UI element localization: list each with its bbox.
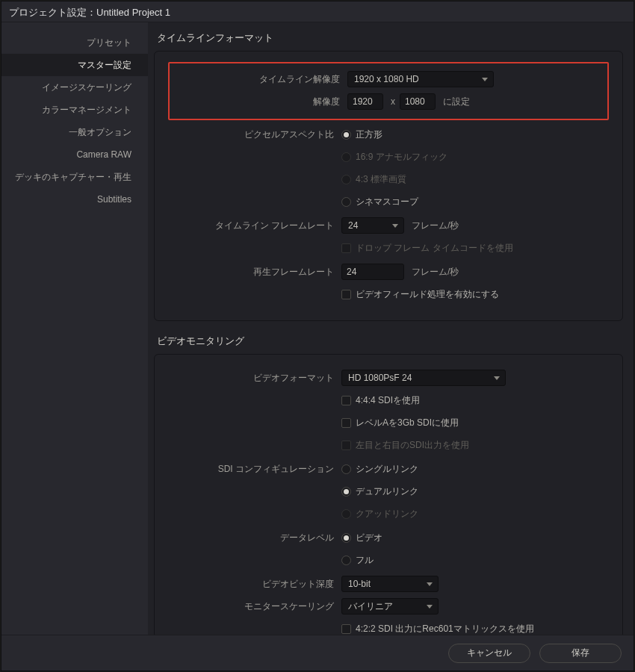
footer: キャンセル 保存 xyxy=(1,635,634,671)
radio-label-square: 正方形 xyxy=(356,128,382,141)
radio-data-video[interactable] xyxy=(341,533,351,543)
label-resolution: 解像度 xyxy=(174,96,347,108)
sidebar-item-image-scaling[interactable]: イメージスケーリング xyxy=(1,76,148,99)
checkbox-label-video-field: ビデオフィールド処理を有効にする xyxy=(356,288,499,301)
checkbox-video-field[interactable] xyxy=(341,290,351,299)
checkbox-level-a[interactable] xyxy=(341,418,351,428)
radio-single-link[interactable] xyxy=(341,464,351,474)
radio-label-quad-link: クアッドリンク xyxy=(356,508,418,520)
resolution-width-input[interactable] xyxy=(347,93,383,110)
sidebar-item-color-management[interactable]: カラーマネージメント xyxy=(1,99,148,121)
checkbox-label-rec601: 4:2:2 SDI 出力にRec601マトリックスを使用 xyxy=(356,623,534,635)
resolution-height-input[interactable] xyxy=(400,93,436,110)
panel-video-monitoring: ビデオフォーマット HD 1080PsF 24 4:4:4 SDIを使用 xyxy=(154,354,623,635)
label-bit-depth: ビデオビット深度 xyxy=(168,578,341,591)
radio-label-4-3: 4:3 標準画質 xyxy=(356,173,406,186)
checkbox-left-right-sdi xyxy=(341,441,351,450)
highlight-box: タイムライン解像度 1920 x 1080 HD 解像度 xyxy=(168,62,609,120)
content-area: タイムラインフォーマット タイムライン解像度 1920 x 1080 HD xyxy=(148,22,634,635)
radio-label-cinemascope: シネマスコープ xyxy=(356,196,418,208)
label-data-level: データレベル xyxy=(168,532,341,544)
checkbox-444-sdi[interactable] xyxy=(341,396,351,405)
playback-framerate-suffix: フレーム/秒 xyxy=(412,266,459,279)
checkbox-rec601[interactable] xyxy=(341,624,351,634)
chevron-down-icon: 1920 x 1080 HD xyxy=(347,71,494,87)
sidebar-item-camera-raw[interactable]: Camera RAW xyxy=(1,143,148,166)
sidebar-item-subtitles[interactable]: Subtitles xyxy=(1,188,148,211)
framerate-suffix: フレーム/秒 xyxy=(412,220,459,232)
save-button[interactable]: 保存 xyxy=(539,644,622,663)
sidebar-item-capture-playback[interactable]: デッキのキャプチャー・再生 xyxy=(1,166,148,188)
resolution-suffix: に設定 xyxy=(443,96,470,108)
timeline-framerate-select[interactable]: 24 xyxy=(341,217,404,234)
section-title-timeline-format: タイムラインフォーマット xyxy=(157,31,623,45)
checkbox-dropframe xyxy=(341,243,351,253)
cancel-button[interactable]: キャンセル xyxy=(448,644,530,663)
radio-dual-link[interactable] xyxy=(341,487,351,497)
sidebar: プリセット マスター設定 イメージスケーリング カラーマネージメント 一般オプシ… xyxy=(1,22,148,635)
radio-label-single-link: シングルリンク xyxy=(356,463,418,476)
radio-16-9 xyxy=(341,152,351,162)
timeline-resolution-select[interactable]: 1920 x 1080 HD xyxy=(347,71,494,87)
sidebar-item-presets[interactable]: プリセット xyxy=(1,31,148,54)
panel-timeline-format: タイムライン解像度 1920 x 1080 HD 解像度 xyxy=(154,51,623,321)
label-playback-framerate: 再生フレームレート xyxy=(168,266,341,279)
playback-framerate-input[interactable] xyxy=(341,264,404,280)
chevron-down-icon: HD 1080PsF 24 xyxy=(341,370,506,386)
label-sdi-config: SDI コンフィギュレーション xyxy=(168,463,341,476)
chevron-down-icon: バイリニア xyxy=(341,598,439,615)
checkbox-label-level-a: レベルAを3Gb SDIに使用 xyxy=(356,417,459,429)
resolution-x-separator: x xyxy=(391,96,395,107)
radio-cinemascope[interactable] xyxy=(341,197,351,207)
label-pixel-aspect: ピクセルアスペクト比 xyxy=(168,128,341,141)
checkbox-label-444-sdi: 4:4:4 SDIを使用 xyxy=(356,394,420,407)
radio-square[interactable] xyxy=(341,130,351,140)
radio-quad-link xyxy=(341,509,351,519)
window-title: プロジェクト設定：Untitled Project 1 xyxy=(1,1,634,22)
radio-data-full[interactable] xyxy=(341,556,351,565)
radio-label-16-9: 16:9 アナモルフィック xyxy=(356,151,447,164)
sidebar-item-general-options[interactable]: 一般オプション xyxy=(1,121,148,143)
radio-label-dual-link: デュアルリンク xyxy=(356,485,418,498)
video-format-select[interactable]: HD 1080PsF 24 xyxy=(341,370,506,386)
label-timeline-framerate: タイムライン フレームレート xyxy=(168,220,341,232)
bit-depth-select[interactable]: 10-bit xyxy=(341,576,439,592)
monitor-scaling-select[interactable]: バイリニア xyxy=(341,598,439,615)
chevron-down-icon: 10-bit xyxy=(341,576,439,592)
label-timeline-resolution: タイムライン解像度 xyxy=(174,73,347,86)
radio-4-3 xyxy=(341,175,351,184)
checkbox-label-dropframe: ドロップ フレーム タイムコードを使用 xyxy=(356,242,513,255)
label-video-format: ビデオフォーマット xyxy=(168,372,341,385)
label-monitor-scaling: モニタースケーリング xyxy=(168,600,341,613)
checkbox-label-left-right-sdi: 左目と右目のSDI出力を使用 xyxy=(356,439,469,452)
sidebar-item-master-settings[interactable]: マスター設定 xyxy=(1,54,148,76)
radio-label-data-video: ビデオ xyxy=(356,532,382,544)
radio-label-data-full: フル xyxy=(356,554,374,567)
section-title-video-monitoring: ビデオモニタリング xyxy=(157,335,623,348)
chevron-down-icon: 24 xyxy=(341,217,404,234)
